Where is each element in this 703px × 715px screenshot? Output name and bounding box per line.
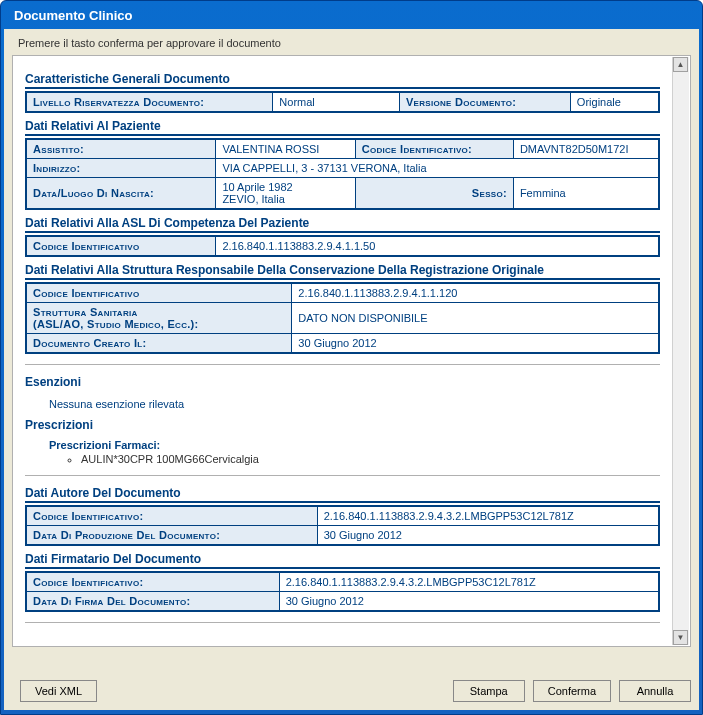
value-codice-asl: 2.16.840.1.113883.2.9.4.1.1.50 [216,236,659,256]
table-firmatario: Codice Identificativo: 2.16.840.1.113883… [25,571,660,612]
value-nascita-luogo: ZEVIO, Italia [222,193,284,205]
label-codice-asl: Codice Identificativo [26,236,216,256]
table-struttura: Codice Identificativo 2.16.840.1.113883.… [25,282,660,354]
value-indirizzo: VIA CAPPELLI, 3 - 37131 VERONA, Italia [216,159,659,178]
section-esenzioni-title: Esenzioni [25,375,660,390]
window-title: Documento Clinico [4,4,699,29]
value-codice-paziente: DMAVNT82D50M172I [513,139,659,159]
scroll-up-icon[interactable]: ▲ [673,57,688,72]
table-paziente: Assistito: VALENTINA ROSSI Codice Identi… [25,138,660,210]
vedi-xml-button[interactable]: Vedi XML [20,680,97,702]
label-codice-struttura: Codice Identificativo [26,283,292,303]
label-data-firma: Data Di Firma Del Documento: [26,592,279,612]
table-caratteristiche: Livello Riservatezza Documento: Normal V… [25,91,660,113]
label-livello-riservatezza: Livello Riservatezza Documento: [26,92,273,112]
table-asl: Codice Identificativo 2.16.840.1.113883.… [25,235,660,257]
label-struttura-sanitaria: Struttura Sanitaria (ASL/AO, Studio Medi… [26,303,292,334]
annulla-button[interactable]: Annulla [619,680,691,702]
section-prescrizioni-title: Prescrizioni [25,418,660,433]
divider [25,622,660,623]
esenzioni-text: Nessuna esenzione rilevata [49,398,660,410]
value-codice-firmatario: 2.16.840.1.113883.2.9.4.3.2.LMBGPP53C12L… [279,572,659,592]
value-livello-riservatezza: Normal [273,92,400,112]
value-versione: Originale [570,92,659,112]
label-codice-autore: Codice Identificativo: [26,506,317,526]
instruction-text: Premere il tasto conferma per approvare … [12,35,691,55]
table-autore: Codice Identificativo: 2.16.840.1.113883… [25,505,660,546]
value-data-firma: 30 Giugno 2012 [279,592,659,612]
label-sesso: Sesso: [355,178,513,210]
section-asl-title: Dati Relativi Alla ASL Di Competenza Del… [25,216,660,233]
value-data-produzione: 30 Giugno 2012 [317,526,659,546]
section-struttura-title: Dati Relativi Alla Struttura Responsabil… [25,263,660,280]
value-codice-struttura: 2.16.840.1.113883.2.9.4.1.1.120 [292,283,659,303]
value-codice-autore: 2.16.840.1.113883.2.9.4.3.2.LMBGPP53C12L… [317,506,659,526]
value-creato: 30 Giugno 2012 [292,334,659,354]
label-data-produzione: Data Di Produzione Del Documento: [26,526,317,546]
scroll-down-icon[interactable]: ▼ [673,630,688,645]
section-firmatario-title: Dati Firmatario Del Documento [25,552,660,569]
section-autore-title: Dati Autore Del Documento [25,486,660,503]
value-nascita: 10 Aprile 1982 ZEVIO, Italia [216,178,355,210]
value-assistito: VALENTINA ROSSI [216,139,355,159]
divider [25,475,660,476]
client-area: Premere il tasto conferma per approvare … [4,29,699,710]
label-nascita: Data/Luogo Di Nascita: [26,178,216,210]
conferma-button[interactable]: Conferma [533,680,611,702]
divider [25,364,660,365]
label-assistito: Assistito: [26,139,216,159]
section-caratteristiche-title: Caratteristiche Generali Documento [25,72,660,89]
value-sesso: Femmina [513,178,659,210]
value-struttura-sanitaria: DATO NON DISPONIBILE [292,303,659,334]
prescrizioni-farmaci-label: Prescrizioni Farmaci: [49,439,660,451]
vertical-scrollbar[interactable]: ▲ ▼ [672,57,689,645]
label-versione: Versione Documento: [399,92,570,112]
label-codice-paziente: Codice Identificativo: [355,139,513,159]
stampa-button[interactable]: Stampa [453,680,525,702]
footer-buttons: Vedi XML Stampa Conferma Annulla [12,680,691,702]
app-window: Documento Clinico Premere il tasto confe… [0,0,703,715]
document-scroll-area: Caratteristiche Generali Documento Livel… [12,55,691,647]
label-creato: Documento Creato Il: [26,334,292,354]
prescrizioni-list: AULIN*30CPR 100MG66Cervicalgia [81,453,660,465]
list-item: AULIN*30CPR 100MG66Cervicalgia [81,453,660,465]
label-indirizzo: Indirizzo: [26,159,216,178]
section-paziente-title: Dati Relativi Al Paziente [25,119,660,136]
value-nascita-data: 10 Aprile 1982 [222,181,292,193]
label-codice-firmatario: Codice Identificativo: [26,572,279,592]
